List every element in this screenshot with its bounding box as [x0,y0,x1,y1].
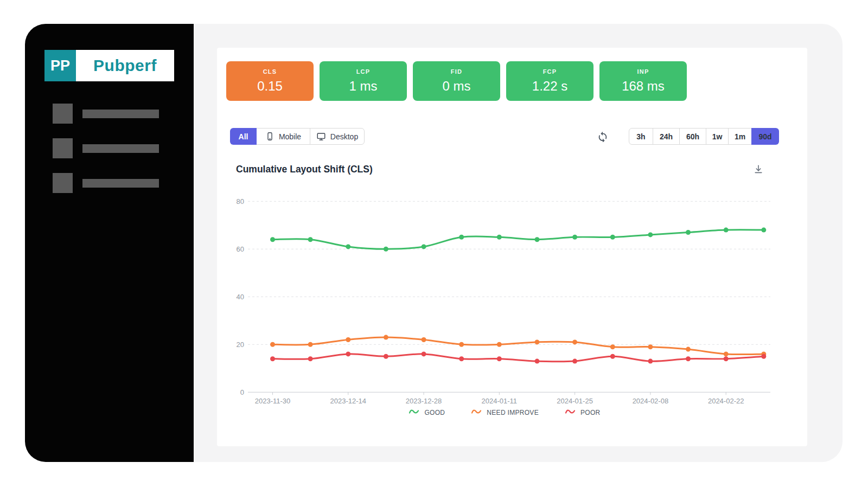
svg-text:2024-01-11: 2024-01-11 [482,397,518,405]
skeleton-label-placeholder [82,110,159,118]
svg-text:80: 80 [237,197,244,206]
logo-name: Pubperf [76,50,174,81]
chart-legend: GOOD NEED IMPROVE POOR [233,408,776,418]
metric-value: 168 ms [622,79,665,94]
metric-card-lcp[interactable]: LCP 1 ms [320,61,407,101]
svg-text:2024-02-08: 2024-02-08 [633,397,669,405]
time-range-filter: 3h 24h 60h 1w 1m 90d [629,128,779,145]
svg-text:0: 0 [240,388,244,396]
wave-icon [409,408,419,418]
device-filter: All Mobile [230,128,365,145]
metric-card-inp[interactable]: INP 168 ms [599,61,687,101]
range-1m[interactable]: 1m [728,128,752,145]
desktop-icon [316,132,326,142]
wave-icon [565,408,576,418]
metric-card-fcp[interactable]: FCP 1.22 s [506,61,593,101]
download-button[interactable] [753,164,764,175]
metric-label: LCP [356,68,371,75]
metric-value: 0.15 [257,79,283,94]
app-window: PP Pubperf CLS 0.15 [0,0,868,488]
metric-label: CLS [263,68,277,75]
wave-icon [471,408,482,418]
legend-item-good[interactable]: GOOD [409,408,445,418]
range-1w[interactable]: 1w [706,128,729,145]
chart-title: Cumulative Layout Shift (CLS) [236,164,373,175]
range-90d-label: 90d [758,132,771,141]
svg-text:2024-01-25: 2024-01-25 [557,397,593,405]
refresh-icon [597,134,609,144]
logo-mark: PP [44,50,76,81]
metric-value: 0 ms [442,79,470,94]
legend-item-need-improve[interactable]: NEED IMPROVE [471,408,539,418]
svg-text:20: 20 [237,341,244,349]
range-3h-label: 3h [636,132,645,141]
range-24h[interactable]: 24h [653,128,680,145]
metric-label: FID [451,68,462,75]
svg-text:2023-12-28: 2023-12-28 [406,397,442,405]
legend-item-poor[interactable]: POOR [565,408,601,418]
legend-label: NEED IMPROVE [487,409,539,416]
legend-label: GOOD [424,409,445,416]
sidebar-skeleton-item [53,173,159,193]
metric-card-cls[interactable]: CLS 0.15 [226,61,314,101]
device-filter-all-label: All [239,132,248,141]
device-filter-desktop[interactable]: Desktop [310,128,365,145]
mobile-icon [265,132,275,141]
metric-value: 1 ms [349,79,377,94]
metric-value: 1.22 s [532,79,567,94]
range-60h[interactable]: 60h [679,128,706,145]
svg-text:40: 40 [237,293,244,301]
cls-line-chart: 8060402002023-11-302023-12-142023-12-282… [233,184,776,409]
metric-card-fid[interactable]: FID 0 ms [413,61,500,101]
svg-text:2024-02-22: 2024-02-22 [708,397,744,405]
range-90d[interactable]: 90d [751,128,779,145]
skeleton-icon-placeholder [53,138,73,158]
svg-text:2023-11-30: 2023-11-30 [255,397,291,405]
svg-text:60: 60 [237,245,244,253]
sidebar: PP Pubperf [25,24,194,462]
refresh-button[interactable] [597,130,609,142]
sidebar-skeleton-item [53,104,159,124]
device-filter-mobile-label: Mobile [279,132,301,141]
range-24h-label: 24h [660,132,673,141]
device-filter-mobile[interactable]: Mobile [256,128,310,145]
device-filter-desktop-label: Desktop [330,132,358,141]
svg-text:2023-12-14: 2023-12-14 [330,397,367,405]
device-filter-all[interactable]: All [230,128,257,145]
skeleton-icon-placeholder [53,104,73,124]
skeleton-label-placeholder [82,179,159,188]
app-logo[interactable]: PP Pubperf [44,50,174,81]
metric-cards-row: CLS 0.15 LCP 1 ms FID 0 ms FCP 1.22 s IN… [226,61,687,101]
range-3h[interactable]: 3h [629,128,653,145]
range-60h-label: 60h [686,132,699,141]
metric-label: INP [637,68,649,75]
dashboard-card: CLS 0.15 LCP 1 ms FID 0 ms FCP 1.22 s IN… [217,48,807,446]
download-icon [753,167,764,176]
sidebar-skeleton-item [53,138,159,158]
metric-label: FCP [543,68,557,75]
sidebar-nav-skeleton [53,104,159,208]
range-1w-label: 1w [712,132,723,141]
skeleton-icon-placeholder [53,173,73,193]
legend-label: POOR [580,409,601,416]
range-1m-label: 1m [735,132,745,141]
skeleton-label-placeholder [82,144,159,153]
